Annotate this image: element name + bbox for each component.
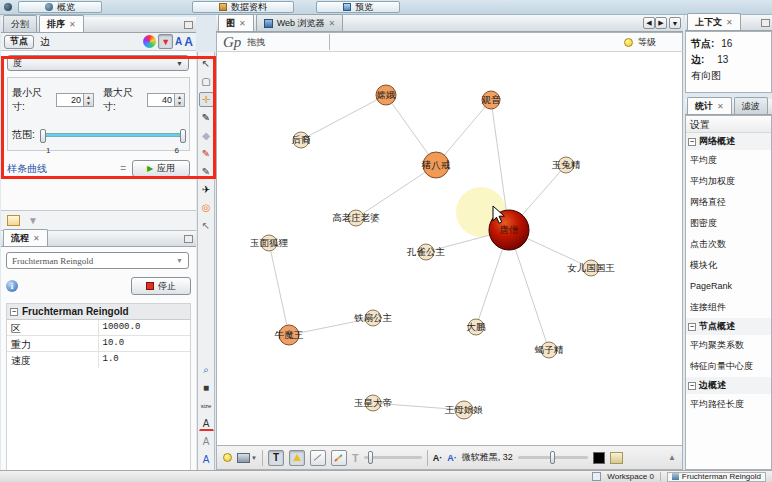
filter-funnel-icon[interactable]: ▼: [28, 215, 38, 226]
nodes-button[interactable]: 节点: [4, 35, 34, 49]
size-ranking-icon[interactable]: ▼: [158, 34, 173, 49]
property-row[interactable]: 速度 1.0: [7, 352, 190, 368]
max-size-spinner[interactable]: 40 ▲▼: [147, 93, 185, 107]
edge-pencil-icon[interactable]: ✎: [199, 110, 214, 125]
tab-prev-icon[interactable]: ◀: [643, 17, 655, 29]
auto-apply-icon[interactable]: =: [120, 163, 126, 174]
stats-item[interactable]: 模块化: [686, 255, 771, 276]
close-icon[interactable]: ✕: [717, 102, 724, 111]
label-font-a-icon[interactable]: A: [199, 452, 214, 467]
stats-section-header[interactable]: −节点概述: [686, 318, 771, 335]
default-label-color-swatch[interactable]: [593, 452, 605, 464]
minimize-icon[interactable]: [761, 19, 770, 27]
min-size-spinner[interactable]: 20 ▲▼: [56, 93, 94, 107]
spinner-arrows-icon[interactable]: ▲▼: [174, 94, 184, 106]
node-font-button[interactable]: A·: [433, 453, 443, 463]
tab-ranking[interactable]: 排序 ✕: [39, 15, 84, 32]
edge-color-button[interactable]: [331, 450, 347, 466]
mouse-select-icon[interactable]: ↖: [199, 56, 214, 71]
graph-canvas[interactable]: 嫦娥观音后裔猪八戒玉兔精高老庄老婆玉面狐狸孔雀公主唐僧女儿国国王牛魔王铁扇公主大…: [216, 52, 683, 445]
minimize-icon[interactable]: [184, 235, 193, 243]
tab-filters[interactable]: 滤波: [734, 97, 768, 114]
close-icon[interactable]: ✕: [726, 18, 733, 27]
stats-item[interactable]: 点击次数: [686, 234, 771, 255]
fixed-font-button[interactable]: A·: [447, 453, 457, 463]
range-slider-handle-min[interactable]: [40, 129, 46, 143]
reset-zoom-airplane-icon[interactable]: ✈: [199, 182, 214, 197]
tab-context[interactable]: 上下文 ✕: [687, 13, 741, 30]
show-labels-toggle[interactable]: T: [268, 450, 284, 466]
property-row[interactable]: 重力 10.0: [7, 336, 190, 352]
close-icon[interactable]: ✕: [239, 19, 246, 28]
layout-properties-header[interactable]: − Fruchterman Reingold: [7, 304, 190, 320]
font-size-slider[interactable]: [518, 456, 588, 459]
range-slider[interactable]: [41, 133, 185, 137]
drag-tool-label[interactable]: 拖拽: [247, 36, 265, 49]
collapse-icon[interactable]: −: [10, 308, 18, 316]
screenshot-button[interactable]: ▼: [237, 453, 257, 463]
settings-button[interactable]: 设置: [686, 116, 771, 133]
tab-statistics[interactable]: 统计 ✕: [687, 97, 732, 114]
attributes-palette-icon[interactable]: [610, 452, 623, 464]
background-color-icon[interactable]: ■: [199, 380, 214, 395]
heatmap-icon[interactable]: ◎: [199, 200, 214, 215]
tab-partition[interactable]: 分割: [3, 15, 37, 32]
collapse-icon[interactable]: −: [688, 382, 696, 390]
shortest-path-icon[interactable]: ◆: [199, 128, 214, 143]
node-pencil-icon[interactable]: ✎: [199, 164, 214, 179]
result-list-icon[interactable]: [7, 215, 20, 226]
tab-preview[interactable]: 预览: [316, 1, 400, 13]
color-wheel-icon[interactable]: [143, 35, 156, 48]
drag-tool-icon[interactable]: ✛: [199, 92, 214, 107]
edges-button[interactable]: 边: [36, 35, 54, 49]
label-color-mode-button[interactable]: [289, 450, 305, 466]
label-plain-a-icon[interactable]: A: [199, 434, 214, 449]
tab-web-browser[interactable]: Web 浏览器 ✕: [256, 14, 344, 31]
label-color-icon[interactable]: A: [175, 36, 182, 47]
spinner-arrows-icon[interactable]: ▲▼: [83, 94, 93, 106]
stats-item[interactable]: 网络直径: [686, 192, 771, 213]
stats-item[interactable]: 特征向量中心度: [686, 356, 771, 377]
collapse-icon[interactable]: −: [688, 323, 696, 331]
label-color-a-icon[interactable]: A: [199, 416, 214, 431]
layout-status-chip[interactable]: Fruchterman Reingold: [667, 472, 766, 482]
stats-item[interactable]: 平均路径长度: [686, 394, 771, 415]
stats-section-header[interactable]: −网络概述: [686, 133, 771, 150]
property-value[interactable]: 10000.0: [99, 320, 191, 335]
close-icon[interactable]: ✕: [329, 19, 336, 28]
context-bulb-icon[interactable]: [223, 453, 232, 462]
info-icon[interactable]: i: [6, 280, 18, 292]
expand-toolbar-icon[interactable]: ▲: [668, 453, 676, 462]
stats-item[interactable]: 平均加权度: [686, 171, 771, 192]
tab-next-icon[interactable]: ▶: [655, 17, 667, 29]
edge-label-size-icon[interactable]: T: [352, 452, 359, 464]
property-value[interactable]: 10.0: [99, 336, 191, 351]
stats-item[interactable]: 图密度: [686, 213, 771, 234]
stats-item[interactable]: 平均聚类系数: [686, 335, 771, 356]
edge-thickness-button[interactable]: [310, 450, 326, 466]
workspace-label[interactable]: Workspace 0: [607, 472, 654, 481]
network-graph[interactable]: 嫦娥观音后裔猪八戒玉兔精高老庄老婆玉面狐狸孔雀公主唐僧女儿国国王牛魔王铁扇公主大…: [217, 52, 684, 445]
close-icon[interactable]: ✕: [33, 234, 40, 243]
close-icon[interactable]: ✕: [69, 20, 76, 29]
size-label[interactable]: size: [199, 398, 214, 413]
property-row[interactable]: 区 10000.0: [7, 320, 190, 336]
label-size-icon[interactable]: A: [184, 35, 193, 49]
stats-item[interactable]: 连接组件: [686, 297, 771, 318]
edge-scale-slider[interactable]: [364, 456, 422, 459]
spline-link[interactable]: 样条曲线: [7, 162, 47, 176]
apply-button[interactable]: ▶ 应用: [132, 160, 190, 177]
tab-layout[interactable]: 流程 ✕: [3, 229, 48, 246]
property-value[interactable]: 1.0: [99, 352, 191, 368]
rect-select-icon[interactable]: ▢: [199, 74, 214, 89]
painter-icon[interactable]: ✎: [199, 146, 214, 161]
edit-node-icon[interactable]: ↖: [199, 218, 214, 233]
range-slider-handle-max[interactable]: [180, 129, 186, 143]
tab-overview[interactable]: 概览: [18, 1, 102, 13]
minimize-icon[interactable]: [184, 21, 193, 29]
stats-item[interactable]: PageRank: [686, 276, 771, 297]
tab-graph[interactable]: 图 ✕: [218, 14, 254, 31]
metric-dropdown[interactable]: 度 ▼: [7, 55, 189, 71]
stats-section-header[interactable]: −边概述: [686, 377, 771, 394]
font-name-label[interactable]: 微软雅黑, 32: [462, 451, 513, 464]
